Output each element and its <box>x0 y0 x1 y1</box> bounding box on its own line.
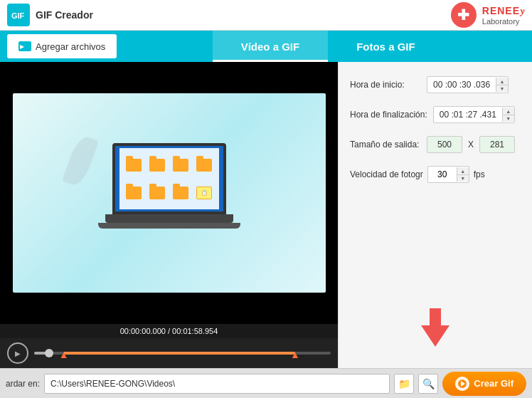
start-time-value: 00 :00 :30 .036 <box>427 77 496 93</box>
brand-area: ✚ RENEE𝑦 Laboratory <box>451 2 525 28</box>
time-display: 00:00:00.000 / 00:01:58.954 <box>7 327 331 335</box>
bottom-bar: ardar en: 📁 🔍 Crear Gif <box>0 368 532 398</box>
folder-icon-2 <box>149 159 165 172</box>
add-files-label: Agregar archivos <box>36 41 105 52</box>
size-width-input[interactable] <box>427 136 462 153</box>
search-button[interactable]: 🔍 <box>418 374 438 394</box>
timeline-range-fill <box>64 352 295 355</box>
down-arrow-icon <box>421 325 449 347</box>
folder-icon-7 <box>173 187 188 199</box>
tab2-label: Fotos a GIF <box>356 41 415 53</box>
create-gif-icon <box>455 377 469 391</box>
size-row: Tamaño de salida: X <box>350 136 521 153</box>
end-time-label: Hora de finalización: <box>350 110 427 120</box>
play-button[interactable]: ▶ <box>7 342 28 364</box>
size-x-label: X <box>468 140 474 150</box>
folder-button[interactable]: 📁 <box>394 374 414 394</box>
arrow-indicator <box>421 308 449 347</box>
folder-icon-1 <box>126 159 142 172</box>
folder-icon: 📁 <box>398 378 410 389</box>
end-time-spinners: ▲ ▼ <box>502 108 514 122</box>
create-gif-label: Crear Gif <box>474 378 514 389</box>
save-label: ardar en: <box>6 379 40 389</box>
svg-text:GIF: GIF <box>11 11 25 20</box>
title-bar: GIF GIF Creador ✚ RENEE𝑦 Laboratory <box>0 0 532 31</box>
fps-label: Velocidad de fotogr <box>350 169 423 179</box>
start-time-input[interactable]: 00 :00 :30 .036 ▲ ▼ <box>427 76 509 93</box>
nav-tabs: Vídeo a GIF Fotos a GIF <box>124 31 532 62</box>
laptop-illustration: 📋 <box>98 143 240 243</box>
nav-bar: ▶ Agregar archivos Vídeo a GIF Fotos a G… <box>0 31 532 62</box>
start-time-down[interactable]: ▼ <box>496 85 508 92</box>
folder-icon-4 <box>196 159 212 172</box>
add-files-button[interactable]: ▶ Agregar archivos <box>7 34 117 58</box>
playback-area: ▶ ▲ ▲ <box>0 338 338 368</box>
arrow-area <box>350 196 521 354</box>
size-height-input[interactable] <box>479 136 515 153</box>
tab-photos-to-gif[interactable]: Fotos a GIF <box>328 31 444 62</box>
timeline-container[interactable]: ▲ ▲ <box>34 346 331 360</box>
end-time-value: 00 :01 :27 .431 <box>434 107 502 122</box>
folder-icon-5 <box>126 187 142 199</box>
start-time-spinners: ▲ ▼ <box>496 78 508 92</box>
laptop-bottom <box>98 223 240 229</box>
search-icon: 🔍 <box>422 378 435 389</box>
start-time-row: Hora de inicio: 00 :00 :30 .036 ▲ ▼ <box>350 76 521 93</box>
end-time-row: Hora de finalización: 00 :01 :27 .431 ▲ … <box>350 106 521 123</box>
app-icon: GIF <box>7 4 30 26</box>
laptop-screen-content: 📋 <box>119 148 219 209</box>
fps-unit-label: fps <box>474 169 485 179</box>
add-files-icon: ▶ <box>18 41 31 51</box>
brand-text: RENEE𝑦 Laboratory <box>482 5 525 26</box>
start-time-label: Hora de inicio: <box>350 80 421 90</box>
fps-spinners: ▲ ▼ <box>457 167 469 182</box>
fps-up[interactable]: ▲ <box>457 167 469 174</box>
start-marker-icon[interactable]: ▲ <box>59 349 69 357</box>
video-display: 📋 <box>0 62 338 324</box>
app-title: GIF Creador <box>36 9 93 21</box>
brand-name-text: RENEE <box>482 5 520 16</box>
title-left: GIF GIF Creador <box>7 4 93 26</box>
video-section: 📋 00:00:00.000 / 00:01:58.954 ▶ <box>0 62 338 368</box>
timeline-thumb[interactable] <box>45 349 53 357</box>
note-icon: 📋 <box>196 187 212 199</box>
main-content: 📋 00:00:00.000 / 00:01:58.954 ▶ <box>0 62 532 368</box>
end-marker-icon[interactable]: ▲ <box>290 349 300 357</box>
fps-row: Velocidad de fotogr 30 ▲ ▼ fps <box>350 166 521 183</box>
fps-input[interactable]: 30 ▲ ▼ <box>427 166 469 183</box>
video-preview: 📋 <box>13 93 326 293</box>
brand-logo: ✚ <box>451 2 477 28</box>
folder-icon-3 <box>173 159 188 172</box>
folder-icon-6 <box>149 187 165 199</box>
settings-panel: Hora de inicio: 00 :00 :30 .036 ▲ ▼ Hora… <box>338 62 532 368</box>
size-label: Tamaño de salida: <box>350 140 421 150</box>
controls-bar: 00:00:00.000 / 00:01:58.954 <box>0 324 338 338</box>
timeline-track <box>34 352 331 355</box>
end-time-input[interactable]: 00 :01 :27 .431 ▲ ▼ <box>433 106 515 123</box>
fps-down[interactable]: ▼ <box>457 174 469 182</box>
create-gif-button[interactable]: Crear Gif <box>442 372 526 396</box>
tab-video-to-gif[interactable]: Vídeo a GIF <box>213 31 329 62</box>
start-time-up[interactable]: ▲ <box>496 78 508 85</box>
end-time-up[interactable]: ▲ <box>503 108 514 115</box>
laptop-base <box>105 214 233 223</box>
svg-text:▶: ▶ <box>20 43 25 50</box>
tab1-label: Vídeo a GIF <box>241 41 300 53</box>
fps-value: 30 <box>428 167 457 182</box>
brand-sub: Laboratory <box>482 17 525 26</box>
end-time-down[interactable]: ▼ <box>503 115 514 122</box>
save-path-input[interactable] <box>44 374 390 394</box>
laptop-screen: 📋 <box>112 143 226 214</box>
